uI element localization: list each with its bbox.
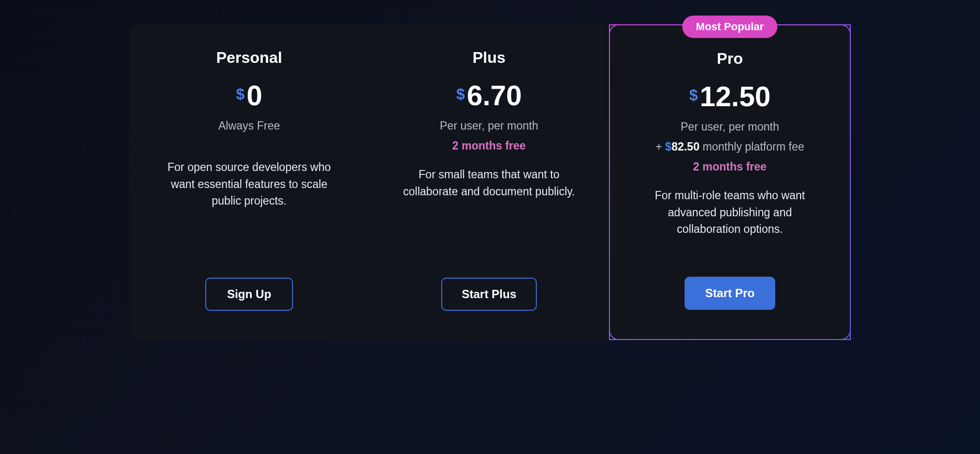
plan-description: For small teams that want to collaborate…	[396, 166, 582, 200]
price-subtitle: Per user, per month	[440, 119, 538, 132]
fee-amount: 82.50	[671, 140, 700, 153]
start-plus-button[interactable]: Start Plus	[441, 278, 537, 311]
price-value: 0	[247, 81, 262, 110]
start-pro-button[interactable]: Start Pro	[685, 277, 775, 310]
price-row: $ 12.50	[689, 82, 771, 111]
currency-symbol: $	[689, 86, 698, 104]
fee-prefix: +	[656, 140, 666, 153]
plan-name: Plus	[472, 49, 506, 67]
price-value: 6.70	[467, 81, 522, 110]
fee-suffix: monthly platform fee	[700, 140, 804, 153]
signup-button[interactable]: Sign Up	[205, 278, 293, 311]
price-row: $ 6.70	[456, 81, 522, 110]
price-value: 12.50	[700, 82, 770, 111]
popular-badge: Most Popular	[682, 16, 777, 38]
price-subtitle: Always Free	[218, 119, 280, 132]
price-row: $ 0	[236, 81, 262, 110]
fee-currency: $	[665, 140, 671, 153]
currency-symbol: $	[456, 85, 465, 103]
pricing-card-pro: Most Popular Pro $ 12.50 Per user, per m…	[609, 24, 851, 340]
promo-text: 2 months free	[452, 139, 526, 152]
pricing-card-personal: Personal $ 0 Always Free For open source…	[129, 24, 369, 340]
plan-description: For multi-role teams who want advanced p…	[637, 187, 823, 238]
price-subtitle: Per user, per month	[681, 120, 779, 133]
pricing-container: Personal $ 0 Always Free For open source…	[129, 24, 851, 340]
plan-name: Pro	[717, 50, 743, 68]
promo-text: 2 months free	[693, 160, 767, 173]
platform-fee: + $82.50 monthly platform fee	[656, 140, 804, 153]
currency-symbol: $	[236, 85, 245, 103]
plan-description: For open source developers who want esse…	[157, 159, 342, 209]
pricing-card-plus: Plus $ 6.70 Per user, per month 2 months…	[369, 24, 609, 340]
plan-name: Personal	[216, 49, 282, 67]
